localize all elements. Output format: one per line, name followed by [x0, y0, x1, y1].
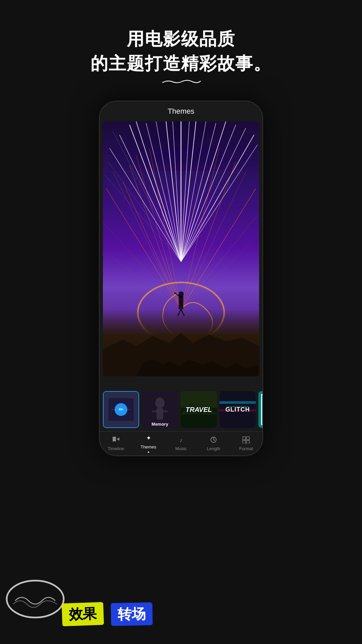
svg-rect-68 — [246, 437, 249, 440]
phone-mockup: Themes — [99, 101, 263, 456]
thumbnail-item-4[interactable]: GLITCH — [220, 391, 256, 428]
svg-marker-61 — [117, 437, 119, 441]
travel-label: TRAVEL — [186, 406, 212, 414]
svg-rect-69 — [243, 440, 246, 443]
svg-point-49 — [155, 397, 165, 408]
memory-label: Memory — [142, 420, 178, 428]
tag-effects: 效果 — [62, 602, 104, 626]
svg-line-29 — [181, 189, 256, 309]
thumbnail-strip[interactable]: ✏ Memory TRAVEL — [100, 388, 262, 431]
bc-border — [261, 394, 262, 425]
rocks-base — [103, 309, 259, 376]
svg-text:✦: ✦ — [146, 435, 151, 441]
nav-item-timeline[interactable]: Timeline — [106, 436, 126, 451]
title-line2: 的主题打造精彩故事。 — [90, 54, 272, 73]
svg-line-66 — [214, 440, 215, 441]
svg-text:♪: ♪ — [179, 437, 182, 443]
format-label: Format — [239, 446, 253, 451]
nav-item-format[interactable]: Format — [236, 436, 256, 451]
top-title-area: 用电影级品质 的主题打造精彩故事。 — [0, 27, 362, 85]
thumbnail-item-5[interactable]: BC — [258, 391, 262, 428]
bottom-navigation: Timeline ✦ Themes ♪ Music — [100, 431, 262, 455]
title-line1: 用电影级品质 — [127, 29, 235, 49]
active-indicator — [148, 451, 149, 453]
thumbnail-item-2[interactable]: Memory — [142, 391, 178, 428]
svg-line-21 — [106, 189, 181, 309]
svg-line-26 — [103, 222, 181, 309]
length-label: Length — [207, 446, 220, 451]
svg-rect-60 — [113, 437, 116, 441]
svg-line-28 — [181, 172, 246, 309]
svg-line-27 — [181, 162, 236, 309]
music-icon: ♪ — [177, 436, 185, 445]
svg-rect-67 — [243, 437, 246, 440]
title-deco — [161, 78, 201, 85]
phone-header: Themes — [100, 101, 262, 121]
svg-point-71 — [7, 581, 64, 618]
format-icon — [242, 436, 250, 445]
circle-deco — [5, 579, 65, 621]
nav-item-length[interactable]: Length — [203, 436, 224, 451]
svg-rect-70 — [246, 440, 249, 443]
themes-label: Themes — [140, 444, 156, 449]
timeline-label: Timeline — [108, 446, 124, 451]
thumbnail-item-3[interactable]: TRAVEL — [181, 391, 217, 428]
themes-icon: ✦ — [144, 434, 153, 443]
timeline-icon — [112, 436, 120, 445]
music-label: Music — [175, 446, 187, 451]
svg-rect-50 — [157, 408, 163, 420]
edit-icon: ✏ — [115, 403, 127, 416]
length-icon — [209, 436, 218, 445]
main-preview-image[interactable] — [103, 121, 259, 376]
tag-transition: 转场 — [111, 602, 153, 626]
thumbnail-item-1[interactable]: ✏ — [103, 391, 139, 428]
bottom-tags: 效果 转场 — [62, 603, 153, 626]
svg-rect-37 — [179, 296, 183, 309]
svg-rect-56 — [220, 401, 256, 404]
glitch-label: GLITCH — [226, 406, 250, 413]
svg-line-30 — [181, 215, 257, 309]
nav-item-music[interactable]: ♪ Music — [171, 436, 191, 451]
svg-line-32 — [181, 242, 252, 309]
nav-item-themes[interactable]: ✦ Themes — [138, 434, 159, 453]
phone-screen-title: Themes — [168, 107, 194, 116]
svg-rect-51 — [152, 411, 168, 412]
